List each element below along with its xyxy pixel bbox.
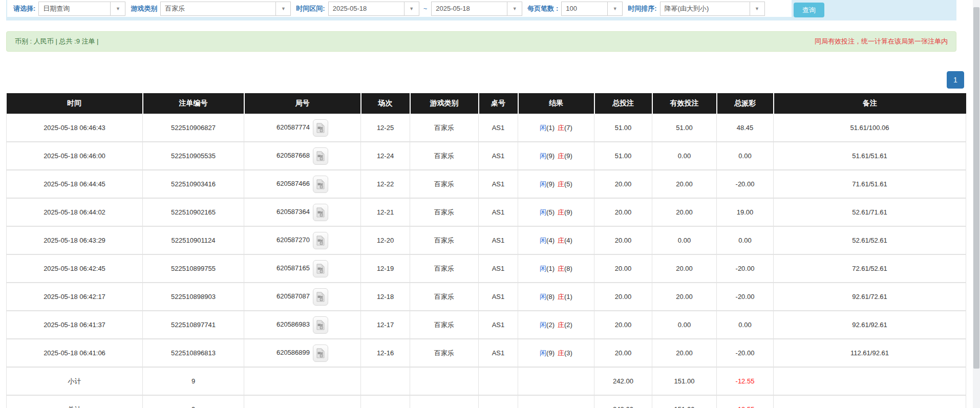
subtotal-session: [361, 367, 410, 395]
header-bet-id: 注单编号: [143, 93, 244, 114]
page-size-select[interactable]: 100 ▼: [561, 2, 623, 16]
result-player-label: 闲: [540, 180, 546, 188]
result-player-score: (5): [546, 208, 555, 216]
query-button[interactable]: 查询: [794, 3, 824, 17]
result-banker-label: 庄: [558, 208, 564, 216]
table-no-cell: AS1: [479, 114, 518, 142]
session-cell: 12-20: [361, 226, 410, 254]
vertical-scrollbar-thumb[interactable]: [973, 7, 979, 369]
record-row[interactable]: 2025-05-18 06:41:37522510897741620586983…: [7, 311, 966, 339]
video-replay-button[interactable]: [313, 147, 328, 165]
header-result: 结果: [518, 93, 594, 114]
date-from-value: 2025-05-18: [329, 5, 371, 12]
result-banker-score: (1): [564, 293, 572, 300]
header-time: 时间: [7, 93, 143, 114]
bet-id-cell: 522510902165: [143, 198, 244, 226]
result-player-score: (9): [546, 349, 555, 357]
result-banker-score: (7): [564, 124, 572, 132]
round-number: 620586899: [276, 349, 310, 356]
video-replay-button[interactable]: [313, 345, 328, 362]
table-no-cell: AS1: [479, 142, 518, 170]
round-number: 620586983: [276, 320, 310, 328]
result-banker-score: (9): [564, 208, 572, 216]
valid-bet-cell: 20.00: [652, 254, 717, 283]
result-player-score: (8): [546, 293, 555, 300]
remark-cell: 92.61/72.61: [774, 283, 966, 311]
session-cell: 12-17: [361, 311, 410, 339]
record-row[interactable]: 2025-05-18 06:41:06522510896813620586899…: [7, 339, 966, 367]
remark-cell: 51.61/100.06: [774, 114, 966, 142]
game-type-select[interactable]: 百家乐 ▼: [160, 2, 291, 16]
time-cell: 2025-05-18 06:43:29: [7, 226, 143, 254]
result-banker-score: (4): [564, 237, 572, 244]
subtotal-payout: -12.55: [717, 367, 774, 395]
valid-bet-cell: 0.00: [652, 226, 717, 254]
grand-total-count: 9: [143, 395, 244, 408]
video-file-icon: [316, 320, 325, 330]
subtotal-valid-bet: 151.00: [652, 367, 717, 395]
video-file-icon: [316, 235, 325, 246]
video-replay-button[interactable]: [313, 288, 328, 306]
header-session: 场次: [361, 93, 410, 114]
video-replay-button[interactable]: [313, 119, 328, 137]
total-bet-cell: 20.00: [594, 254, 652, 283]
session-cell: 12-21: [361, 198, 410, 226]
date-from-select[interactable]: 2025-05-18 ▼: [328, 2, 419, 16]
chevron-down-icon: ▼: [507, 2, 522, 15]
result-cell: 闲(4)庄(4): [518, 226, 594, 254]
date-range-separator: ~: [423, 5, 428, 12]
total-bet-cell: 20.00: [594, 311, 652, 339]
result-cell: 闲(9)庄(9): [518, 142, 594, 170]
bet-id-cell: 522510896813: [143, 339, 244, 367]
payout-cell: 0.00: [717, 226, 774, 254]
result-player-label: 闲: [540, 349, 546, 357]
chevron-down-icon: ▼: [110, 2, 125, 15]
video-file-icon: [316, 348, 325, 358]
round-cell: 620587668: [244, 142, 361, 170]
query-type-select[interactable]: 日期查询 ▼: [38, 2, 125, 16]
record-row[interactable]: 2025-05-18 06:43:29522510901124620587270…: [7, 226, 966, 254]
session-cell: 12-24: [361, 142, 410, 170]
record-row[interactable]: 2025-05-18 06:44:02522510902165620587364…: [7, 198, 966, 226]
time-cell: 2025-05-18 06:44:45: [7, 170, 143, 198]
time-cell: 2025-05-18 06:42:45: [7, 254, 143, 283]
pagination-page-1[interactable]: 1: [947, 71, 964, 89]
record-row[interactable]: 2025-05-18 06:42:45522510899755620587165…: [7, 254, 966, 283]
record-row[interactable]: 2025-05-18 06:42:17522510898903620587087…: [7, 283, 966, 311]
video-replay-button[interactable]: [313, 204, 328, 221]
result-summary-bar: 币别 : 人民币 | 总共 :9 注单 | 同局有效投注，统一计算在该局第一张注…: [6, 31, 956, 52]
game-type-value: 百家乐: [161, 4, 189, 13]
remark-cell: 112.61/92.61: [774, 339, 966, 367]
game-type-cell: 百家乐: [410, 311, 479, 339]
record-row[interactable]: 2025-05-18 06:46:43522510906827620587774…: [7, 114, 966, 142]
round-cell: 620587466: [244, 170, 361, 198]
subtotal-round: [244, 367, 361, 395]
grand-total-table: [479, 395, 518, 408]
total-bet-cell: 51.00: [594, 114, 652, 142]
filter-form: 请选择: 日期查询 ▼ 游戏类别 百家乐 ▼ 时间区间: 2025-05-18 …: [7, 0, 792, 17]
record-row[interactable]: 2025-05-18 06:44:45522510903416620587466…: [7, 170, 966, 198]
bet-id-cell: 522510906827: [143, 114, 244, 142]
video-replay-button[interactable]: [313, 316, 328, 334]
record-row[interactable]: 2025-05-18 06:46:00522510905535620587668…: [7, 142, 966, 170]
time-sort-label: 时间排序:: [628, 4, 656, 13]
video-replay-button[interactable]: [313, 176, 328, 193]
game-type-cell: 百家乐: [410, 198, 479, 226]
date-to-select[interactable]: 2025-05-18 ▼: [431, 2, 522, 16]
game-type-cell: 百家乐: [410, 142, 479, 170]
subtotal-game: [410, 367, 479, 395]
video-file-icon: [316, 123, 325, 133]
vertical-scrollbar-track[interactable]: [973, 0, 980, 408]
bet-id-cell: 522510898903: [143, 283, 244, 311]
remark-cell: 52.61/52.61: [774, 226, 966, 254]
video-replay-button[interactable]: [313, 260, 328, 277]
time-cell: 2025-05-18 06:41:06: [7, 339, 143, 367]
time-sort-select[interactable]: 降幂(由大到小) ▼: [660, 2, 765, 16]
grand-total-remark: [774, 395, 966, 408]
result-player-score: (4): [546, 237, 555, 244]
video-replay-button[interactable]: [313, 232, 328, 249]
subtotal-remark: [774, 367, 966, 395]
header-game-type: 游戏类别: [410, 93, 479, 114]
round-cell: 620587087: [244, 283, 361, 311]
result-cell: 闲(1)庄(8): [518, 254, 594, 283]
